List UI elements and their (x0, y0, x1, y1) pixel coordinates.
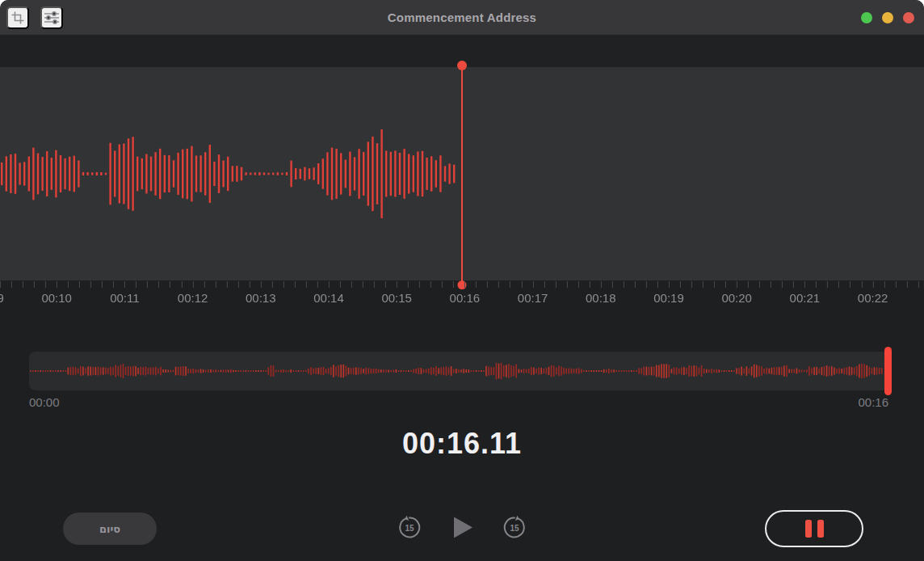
time-ruler[interactable]: 00:0900:1000:1100:1200:1300:1400:1500:16… (0, 280, 924, 315)
pause-icon (805, 520, 812, 538)
overview-start-time: 00:00 (29, 395, 60, 409)
ruler-label: 00:11 (100, 291, 149, 305)
play-icon (451, 515, 475, 543)
overview-playhead[interactable] (884, 347, 892, 395)
close-traffic-button[interactable] (903, 12, 914, 23)
ruler-label: 00:12 (169, 291, 217, 305)
ruler-label: 00:14 (304, 291, 353, 305)
adjust-button[interactable] (40, 6, 63, 29)
titlebar: Commencement Address (0, 0, 924, 35)
ruler-label: 00:21 (780, 291, 829, 305)
skip-back-15-icon: 15 (397, 515, 422, 543)
ruler-label: 00:13 (237, 291, 285, 305)
ruler-label: 00:17 (509, 291, 557, 305)
overview-strip[interactable] (29, 352, 888, 390)
sliders-icon (43, 10, 61, 26)
zoom-traffic-button[interactable] (861, 12, 872, 23)
ruler-label: 00:15 (372, 291, 421, 305)
voice-memos-window: Commencement Address 00:0900:1000:1100:1… (0, 0, 924, 561)
skip-forward-15-icon: 15 (502, 515, 527, 543)
traffic-lights (861, 0, 914, 35)
skip-back-15-button[interactable]: 15 (397, 515, 422, 543)
pause-icon (817, 520, 824, 538)
overview-waveform[interactable] (29, 352, 888, 390)
playhead-top-knob[interactable] (457, 61, 467, 70)
ruler-label: 00:18 (577, 291, 625, 305)
ruler-label: 00:20 (712, 291, 761, 305)
crop-button[interactable] (6, 6, 29, 29)
ruler-label: 00:22 (849, 291, 897, 305)
svg-text:15: 15 (405, 524, 414, 533)
pause-button[interactable] (765, 510, 863, 547)
ruler-label: 00:10 (32, 291, 81, 305)
ruler-label: 00:19 (645, 291, 693, 305)
ruler-label: 00:16 (440, 291, 489, 305)
current-time-display: 00:16.11 (0, 427, 924, 461)
done-button[interactable]: סיום (63, 512, 157, 545)
playhead[interactable] (461, 65, 463, 285)
crop-icon (10, 10, 26, 26)
minimize-traffic-button[interactable] (882, 12, 893, 23)
ruler-label: 00:09 (0, 291, 13, 305)
svg-text:15: 15 (510, 524, 519, 533)
window-title: Commencement Address (0, 0, 924, 35)
overview-end-time: 00:16 (858, 395, 888, 409)
ruler-ticks (0, 281, 924, 288)
play-button[interactable] (451, 515, 475, 543)
skip-forward-15-button[interactable]: 15 (502, 515, 527, 543)
